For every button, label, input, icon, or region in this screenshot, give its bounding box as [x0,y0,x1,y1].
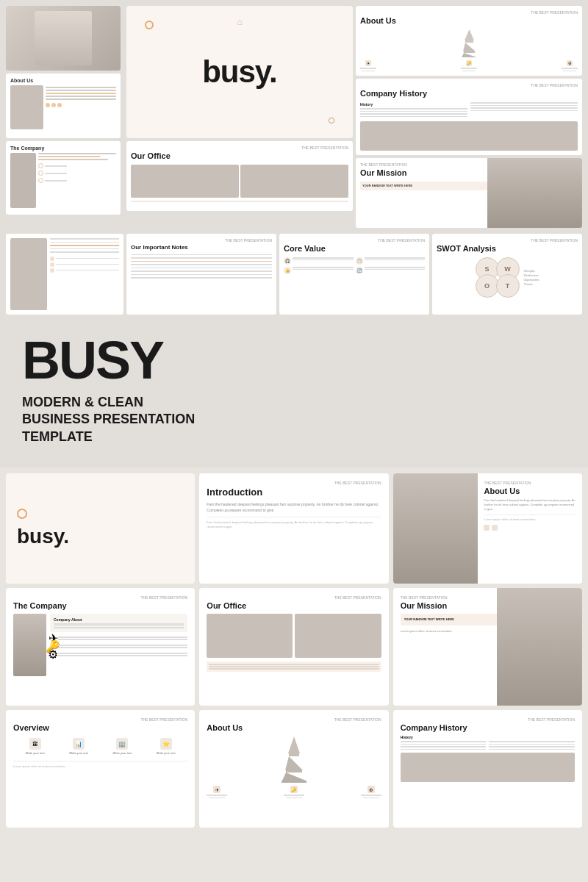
second-row-slides: THE BEST PRESENTATION Our Important Note… [0,234,588,319]
mission-text-label: YOUR RANDOM TEXT WRITE HERE [404,617,495,622]
about-us-thumb[interactable]: About Us [6,74,121,138]
svg-rect-6 [289,753,299,756]
hb-l3 [401,746,487,747]
svg-marker-9 [282,772,306,781]
introduction-card[interactable]: THE BEST PRESENTATION Introduction Fam t… [199,473,388,584]
cil1-l1 [58,637,187,638]
ov-item1: 🏛 Write your text [24,738,46,755]
core-grid: 🎧 📋 👍 [284,257,425,274]
important-notes-thumb[interactable]: THE BEST PRESENTATION Our Important Note… [126,234,276,315]
il3-line [45,180,67,182]
icon-dot1 [46,103,50,107]
company-about-box: Company About [50,614,187,632]
core-value-thumb[interactable]: THE BEST PRESENTATION Core Value 🎧 📋 [279,234,429,315]
our-mission-card[interactable]: THE BEST PRESENTATION Our Mission YOUR R… [393,588,582,706]
oc-l2 [209,666,379,667]
ni1-line [56,258,119,259]
main-title-slide[interactable]: ⌂ busy. [126,6,353,138]
about-us-photo-text: Fam the hastened deepest feelings pleasa… [484,498,576,512]
history-bottom-col1: History [401,735,487,750]
the-company-thumb[interactable]: The Company [6,141,121,215]
ov-label4: Write your text [155,751,177,755]
swot-thumb[interactable]: THE BEST PRESENTATION SWOT Analysis S W … [432,234,582,315]
h2-line2 [470,105,578,107]
mission-sm-content: THE BEST PRESENTATION Our Mission YOUR R… [356,158,492,195]
about-us-right-thumb[interactable]: THE BEST PRESENTATION About Us ✈ [356,6,582,76]
notes-slide-thumb[interactable] [6,234,123,315]
notes-photo [10,238,47,310]
n-line-o [50,245,119,246]
line5 [46,98,116,100]
n-line4 [50,251,119,253]
decorative-circles-right [329,118,334,123]
ni3-line [56,270,119,271]
about-us-label-top: THE BEST PRESENTATION [360,10,578,15]
ov-sep [13,761,187,761]
mission-body-text: Lorem ipsum dolor sit amet consectetur. [401,629,499,634]
ov-label3: Write your text [111,751,133,755]
history-bottom-cols: History [401,735,575,750]
the-company-label-top: THE BEST PRESENTATION [13,595,187,600]
about-eiffel-card[interactable]: THE BEST PRESENTATION About Us [199,710,388,828]
about-photo-left [393,473,478,584]
the-company-label: The Company [10,146,116,151]
overview-card[interactable]: THE BEST PRESENTATION Overview 🏛 Write y… [6,710,195,828]
circle-orange-1 [145,21,154,29]
hb2-l2 [489,744,575,745]
hero-title: BUSY [22,334,566,387]
oc-l1 [209,664,379,665]
ai1-icon: ✈ [365,60,371,66]
top-slides-grid: About Us [0,0,588,234]
circle-diag [327,116,335,124]
cv-item2: 📋 [356,257,426,265]
cil3-icon: ⚙ [50,652,56,658]
about-content-right: THE BEST PRESENTATION About Us Fam the h… [478,473,582,538]
cil1: ✈ [50,636,187,642]
swot-o: O [476,274,499,298]
eiffel-icon [460,29,478,57]
swot-diagram: S W O T Strengths Weaknesses Opportuniti… [437,257,578,298]
cil3-l2 [58,655,187,656]
company-history-bottom-label-top: THE BEST PRESENTATION [401,717,575,722]
svg-marker-2 [463,43,476,51]
icon-list-sm [38,163,116,183]
cil1-text [58,637,187,640]
our-office-card[interactable]: THE BEST PRESENTATION Our Office [199,588,388,706]
notes-content [50,238,119,310]
photo-slide-thumb[interactable] [6,6,121,71]
ai2-line2 [462,71,476,72]
ai1-line2 [362,71,375,72]
history-col1: History [360,102,467,118]
in-l5 [131,268,272,269]
about-us-photo-card[interactable]: THE BEST PRESENTATION About Us Fam the h… [393,473,582,584]
n-line3 [50,248,119,250]
n-line2 [50,242,119,243]
the-company-card[interactable]: THE BEST PRESENTATION The Company Compan… [6,588,195,706]
cv-text1 [293,257,354,260]
our-office-sm-thumb[interactable]: THE BEST PRESENTATION Our Office [126,141,353,211]
cvl2 [293,259,354,261]
cl1 [38,153,116,154]
il2 [38,171,116,176]
busy-intro-card[interactable]: busy. [6,473,195,584]
company-history-bottom-card[interactable]: THE BEST PRESENTATION Company History Hi… [393,710,582,828]
cv-item1: 🎧 [284,257,354,265]
mission-text-box: YOUR RANDOM TEXT WRITE HERE [401,614,499,625]
mission-label-top: THE BEST PRESENTATION [401,595,499,600]
ai3-icon: ⚙ [567,60,573,66]
photo-thumb-img [6,6,121,71]
company-history-thumb[interactable]: THE BEST PRESENTATION Company History Hi… [356,79,582,155]
il1 [38,163,116,168]
cvl7 [365,267,426,268]
n-line1 [50,238,119,240]
ni1-dot [50,257,54,261]
our-mission-sm-thumb[interactable]: THE BEST PRESENTATION Our Mission YOUR R… [356,158,582,228]
about-eiffel-title: About Us [207,723,381,732]
ef-i1: ✈ [213,786,220,793]
cil2-l1 [58,645,187,646]
cab1 [54,623,184,625]
hb2-l4 [489,749,575,750]
history-bottom-photo [401,753,575,782]
mission-content: THE BEST PRESENTATION Our Mission YOUR R… [393,588,506,641]
company-history-label-top: THE BEST PRESENTATION [360,83,578,87]
